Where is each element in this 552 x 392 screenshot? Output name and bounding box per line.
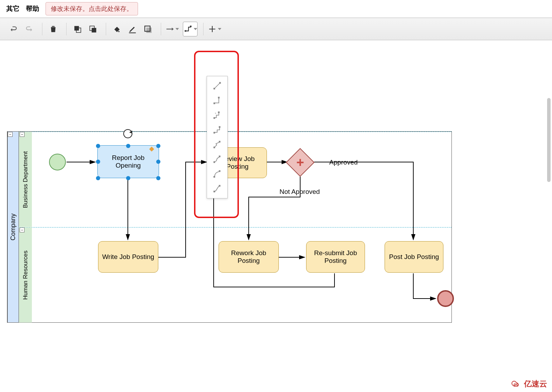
selection-handle[interactable] [126, 176, 130, 180]
connector-style-dropdown[interactable]: + [207, 76, 228, 198]
connection-style-button[interactable] [165, 22, 179, 36]
connector-option-zigzag-rounded[interactable] [208, 152, 226, 167]
rotate-handle-icon[interactable] [123, 129, 132, 138]
cloud-icon [511, 380, 522, 388]
lane-business[interactable]: Business Department [19, 132, 451, 227]
selection-handle[interactable] [96, 144, 100, 148]
fill-color-button[interactable] [110, 22, 124, 36]
svg-point-32 [514, 384, 516, 385]
selection-handle[interactable] [96, 176, 100, 180]
svg-rect-20 [218, 112, 220, 113]
diagram-canvas[interactable]: − − − Company Business Department Human … [0, 40, 552, 392]
svg-rect-16 [219, 82, 221, 84]
svg-rect-31 [219, 185, 221, 187]
pool-title: Company [7, 132, 19, 322]
connector-option-curved[interactable] [208, 167, 226, 181]
connector-option-spline[interactable] [208, 181, 226, 196]
task-resubmit-job-posting[interactable]: Re-submit Job Posting [306, 241, 365, 273]
task-post-job-posting[interactable]: Post Job Posting [385, 241, 443, 273]
scrollbar-thumb[interactable] [547, 98, 551, 182]
selection-handle[interactable] [156, 160, 160, 164]
edge-label-not-approved[interactable]: Not Approved [280, 188, 320, 196]
add-button[interactable] [207, 22, 222, 36]
to-front-button[interactable] [70, 22, 85, 36]
plus-icon: + [296, 156, 304, 169]
connector-option-straight[interactable] [208, 78, 226, 93]
toolbar [0, 18, 552, 40]
svg-rect-27 [219, 156, 221, 158]
pool-collapse-toggle[interactable]: − [8, 132, 13, 137]
start-event[interactable] [49, 154, 66, 170]
selection-handle[interactable] [156, 176, 160, 180]
lane-business-title: Business Department [19, 132, 32, 227]
task-rework-job-posting[interactable]: Rework Job Posting [219, 241, 279, 273]
unsaved-notice[interactable]: 修改未保存。点击此处保存。 [46, 2, 138, 15]
connector-option-orthogonal[interactable] [208, 93, 226, 108]
vertical-scrollbar[interactable] [546, 35, 551, 392]
svg-rect-9 [190, 26, 191, 27]
svg-rect-25 [219, 141, 221, 143]
selection-handle[interactable] [126, 144, 130, 148]
menu-other[interactable]: 其它 [6, 4, 20, 13]
svg-rect-23 [219, 126, 221, 128]
connector-option-orth-rounded[interactable]: + [208, 108, 226, 122]
svg-point-33 [517, 384, 518, 385]
waypoint-style-button[interactable] [183, 22, 198, 36]
delete-button[interactable] [46, 22, 61, 36]
chevron-down-icon [218, 28, 221, 30]
lane-hr-title: Human Resources [19, 227, 32, 323]
svg-rect-29 [219, 170, 221, 172]
svg-rect-8 [185, 30, 186, 31]
line-color-button[interactable] [125, 22, 140, 36]
selection-handle[interactable] [96, 160, 100, 164]
svg-rect-6 [146, 28, 152, 33]
lane1-collapse-toggle[interactable]: − [20, 132, 25, 137]
svg-text:+: + [215, 112, 216, 115]
task-write-job-posting[interactable]: Write Job Posting [98, 241, 158, 273]
redo-button[interactable] [22, 22, 36, 36]
chevron-down-icon [175, 28, 179, 30]
menu-help[interactable]: 帮助 [26, 4, 39, 13]
watermark-logo: 亿速云 [511, 379, 547, 389]
watermark-text: 亿速云 [524, 379, 547, 389]
shadow-button[interactable] [140, 22, 155, 36]
svg-rect-4 [129, 33, 136, 33]
svg-rect-2 [92, 28, 96, 33]
lane2-collapse-toggle[interactable]: − [20, 227, 25, 232]
selection-handle[interactable] [156, 144, 160, 148]
menu-bar: 其它 帮助 修改未保存。点击此处保存。 [0, 0, 552, 18]
to-back-button[interactable] [85, 22, 100, 36]
connector-option-elbow[interactable] [208, 122, 226, 137]
chevron-down-icon [194, 28, 197, 30]
edge-label-approved[interactable]: Approved [329, 159, 358, 166]
connector-option-zigzag[interactable] [208, 137, 226, 152]
undo-button[interactable] [6, 22, 21, 36]
svg-rect-0 [74, 26, 79, 30]
svg-rect-18 [218, 97, 220, 99]
task-report-job-opening[interactable]: Report Job Opening [97, 145, 159, 178]
svg-line-15 [215, 83, 220, 88]
